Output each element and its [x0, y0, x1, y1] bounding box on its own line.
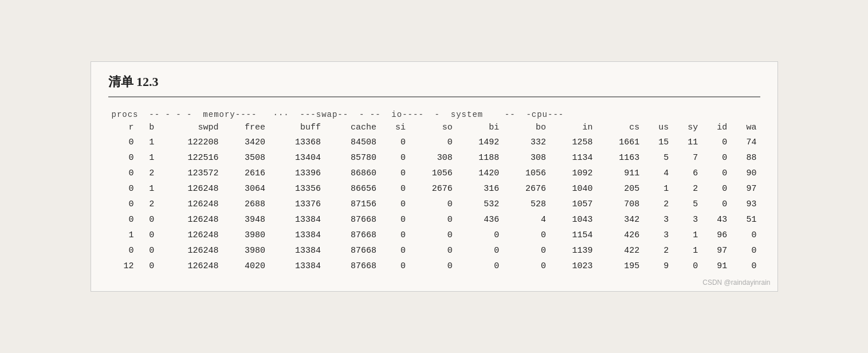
table-cell: 0: [502, 228, 549, 243]
table-body: 0112220834201336884508001492332125816611…: [108, 135, 760, 274]
table-row: 0212624826881337687156005325281057708250…: [108, 197, 760, 212]
table-cell: 51: [730, 212, 760, 228]
table-cell: 1040: [549, 181, 596, 197]
table-cell: 13384: [269, 212, 324, 228]
table-cell: 0: [380, 212, 409, 228]
table-cell: 13384: [269, 258, 324, 274]
table-cell: 0: [380, 228, 409, 243]
table-cell: 528: [502, 197, 549, 212]
table-cell: 126248: [158, 243, 222, 258]
table-cell: 13396: [269, 166, 324, 181]
table-cell: 13356: [269, 181, 324, 197]
col-free: free: [222, 120, 269, 135]
table-cell: 436: [456, 212, 503, 228]
table-cell: 85780: [324, 150, 380, 166]
table-cell: 0: [380, 150, 409, 166]
table-cell: 90: [730, 166, 760, 181]
watermark: CSDN @raindayinrain: [702, 279, 770, 287]
table-cell: 0: [672, 258, 701, 274]
table-cell: 4: [502, 212, 549, 228]
header-label-row: procs -- - - - memory---- ··· ---swap-- …: [108, 108, 760, 120]
table-cell: 0: [730, 228, 760, 243]
table-cell: 0: [108, 197, 138, 212]
table-cell: 0: [502, 243, 549, 258]
table-cell: 1: [672, 243, 701, 258]
table-cell: 1: [672, 228, 701, 243]
col-cs: cs: [596, 120, 643, 135]
table-cell: 0: [380, 135, 409, 150]
table-cell: 1023: [549, 258, 596, 274]
table-cell: 1092: [549, 166, 596, 181]
table-cell: 84508: [324, 135, 380, 150]
table-cell: 87668: [324, 228, 380, 243]
col-cache: cache: [324, 120, 380, 135]
table-cell: 87668: [324, 258, 380, 274]
table-cell: 0: [380, 243, 409, 258]
col-bo: bo: [502, 120, 549, 135]
table-cell: 13368: [269, 135, 324, 150]
table-cell: 911: [596, 166, 643, 181]
main-container: 清单 12.3 procs -- - - - memory---- ··· --…: [91, 61, 778, 292]
col-sy: sy: [672, 120, 701, 135]
table-cell: 86860: [324, 166, 380, 181]
table-cell: 308: [502, 150, 549, 166]
table-cell: 1492: [456, 135, 503, 150]
table-cell: 0: [701, 181, 730, 197]
table-cell: 126248: [158, 258, 222, 274]
table-cell: 0: [108, 135, 138, 150]
table-cell: 0: [138, 243, 158, 258]
col-id: id: [701, 120, 730, 135]
table-cell: 1056: [409, 166, 456, 181]
table-cell: 0: [409, 135, 456, 150]
table-row: 0212357226161339686860010561420105610929…: [108, 166, 760, 181]
table-cell: 0: [701, 150, 730, 166]
table-cell: 93: [730, 197, 760, 212]
table-cell: 3: [643, 228, 672, 243]
table-cell: 0: [730, 243, 760, 258]
table-cell: 126248: [158, 181, 222, 197]
col-bi: bi: [456, 120, 503, 135]
table-cell: 0: [502, 258, 549, 274]
table-cell: 1188: [456, 150, 503, 166]
col-r: r: [108, 120, 138, 135]
table-cell: 122516: [158, 150, 222, 166]
table-cell: 123572: [158, 166, 222, 181]
table-cell: 122208: [158, 135, 222, 150]
table-cell: 0: [409, 243, 456, 258]
table-cell: 2676: [409, 181, 456, 197]
table-cell: 2688: [222, 197, 269, 212]
col-wa: wa: [730, 120, 760, 135]
table-cell: 88: [730, 150, 760, 166]
table-cell: 205: [596, 181, 643, 197]
table-cell: 0: [456, 258, 503, 274]
table-cell: 5: [672, 197, 701, 212]
table-cell: 13384: [269, 243, 324, 258]
table-cell: 708: [596, 197, 643, 212]
table-cell: 1163: [596, 150, 643, 166]
table-cell: 1: [138, 181, 158, 197]
table-cell: 0: [409, 212, 456, 228]
col-buff: buff: [269, 120, 324, 135]
table-cell: 3: [672, 212, 701, 228]
table-row: 00126248398013384876680000113942221970: [108, 243, 760, 258]
table-cell: 15: [643, 135, 672, 150]
table-cell: 5: [643, 150, 672, 166]
table-cell: 126248: [158, 228, 222, 243]
col-so: so: [409, 120, 456, 135]
table-cell: 1043: [549, 212, 596, 228]
table-cell: 332: [502, 135, 549, 150]
table-cell: 1057: [549, 197, 596, 212]
table-cell: 1139: [549, 243, 596, 258]
table-cell: 9: [643, 258, 672, 274]
table-cell: 0: [108, 150, 138, 166]
col-us: us: [643, 120, 672, 135]
table-cell: 0: [380, 197, 409, 212]
table-cell: 0: [409, 258, 456, 274]
table-cell: 97: [701, 243, 730, 258]
header-row-2: r b swpd free buff cache si so bi bo in …: [108, 120, 760, 135]
table-cell: 316: [456, 181, 503, 197]
table-cell: 0: [380, 166, 409, 181]
table-cell: 0: [701, 197, 730, 212]
table-cell: 1056: [502, 166, 549, 181]
table-cell: 2676: [502, 181, 549, 197]
